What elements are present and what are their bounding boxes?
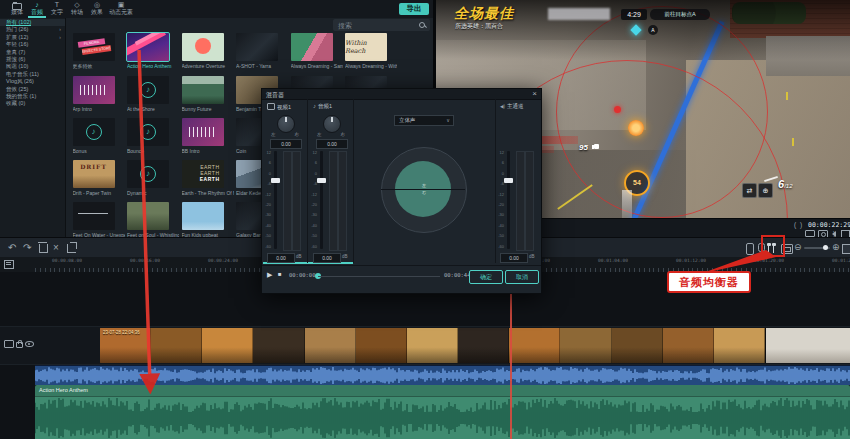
sidebar-item-年轻[interactable]: 年轻 (16) [0,41,65,48]
audio-item-Always Dreaming - Within[interactable]: Within Reach [345,33,387,61]
lock-icon[interactable] [16,342,23,348]
fader-handle[interactable] [271,178,280,183]
sidebar-item-所有[interactable]: 所有 (102) [0,19,65,26]
audio-item-Drift - Paper Twin[interactable]: DRIFT [73,160,115,188]
sidebar-item-我的音乐[interactable]: 我的音乐 (1) [0,93,65,100]
light-beam [622,190,632,218]
ruler-timestamp: 00:00:24:00 [201,258,245,263]
knob-right-label: 右 [295,132,300,137]
level-meter [292,151,301,251]
vote-count: 95 [579,143,588,152]
folder-icon [12,3,22,10]
video-clip[interactable] [100,328,765,363]
audio-item-Fun Kids upbeat[interactable] [182,202,224,230]
audio-item-BB Intro[interactable] [182,118,224,146]
music-clip[interactable]: Action Hero Anthem [35,385,850,439]
timeline-zoom-slider[interactable] [804,247,830,249]
music-note-icon: ♪ [86,124,102,140]
eye-icon[interactable] [25,341,34,347]
play-of-the-game-title: 全场最佳 [454,5,514,23]
redo-button[interactable]: ↷ [23,241,31,254]
main-tabbar: 媒体♪音频T文字◇转场◎效果▣动态元素 [0,0,433,18]
pan-knob[interactable] [323,115,341,133]
audio-item-label: Earth - The Rhythm Of Mone [182,190,234,196]
audio-item-更多特效[interactable]: FILMORAEFFECTS STORE [73,33,115,61]
close-icon[interactable]: × [532,89,537,98]
ruler-timestamp: 00:00:08:00 [45,258,89,263]
match-timer: 4:29 [621,9,647,20]
fader-scale: 1260-6-12-20-30-40-50-60 [263,151,272,249]
db-value: 0.00 [267,253,295,263]
sidebar-item-扩展[interactable]: 扩展 (12)› [0,34,65,41]
delete-icon[interactable] [39,244,48,253]
zoom-out-icon[interactable]: ⊖ [794,241,802,254]
video-thumbnail [356,328,407,363]
audio-item-Feet On Water - Unexpecte[interactable] [73,202,115,230]
pan-knob[interactable] [277,115,295,133]
sidebar-item-童真[interactable]: 童真 (7) [0,49,65,56]
tab-动态元素[interactable]: ▣动态元素 [104,1,138,16]
audio-item-Action Hero Anthem[interactable] [127,33,169,61]
video-thumbnail [407,328,458,363]
ruler-timestamp: 00:01:04:00 [591,258,635,263]
audio-item-Dynamic[interactable]: ♪ [127,160,169,188]
master-strip-主通道: ◀)主通道1260-6-12-20-30-40-50-600.00dB [495,99,540,263]
tab-icon: ▣ [104,1,138,9]
audio-item-Earth - The Rhythm Of Mone[interactable]: EARTHEARTHEARTH [182,160,224,188]
level-meter [525,151,534,251]
db-value: 0.00 [313,253,341,263]
sidebar-item-电子音乐[interactable]: 电子音乐 (11) [0,71,65,78]
level-meter [338,151,347,251]
stop-button[interactable]: ■ [278,271,282,277]
crop-icon[interactable] [67,244,76,253]
video-audio-waveform[interactable] [35,365,850,385]
fader-handle[interactable] [317,178,326,183]
close-gap-button[interactable]: × [53,241,59,254]
track-manager-icon[interactable] [4,260,14,269]
video-clip-2[interactable] [765,328,850,363]
highlight-box [761,235,785,257]
audio-item-Feet on Soul - Whistlinch[interactable] [127,202,169,230]
waveform-art [80,85,108,95]
audio-item-A-SHOT - Yarra[interactable] [236,33,278,61]
audio-item-Always Dreaming - Same To[interactable] [291,33,333,61]
sidebar-item-label: 我的音乐 (1) [6,93,36,99]
thumbnail-text: Within Reach [345,33,387,61]
fader-handle[interactable] [504,178,513,183]
audio-item-At the Shore[interactable]: ♪ [127,76,169,104]
audio-item-label: At the Shore [127,106,179,112]
volume-fader[interactable]: 1260-6-12-20-30-40-50-60 [263,151,307,249]
level-meter [283,151,292,251]
audio-item-Bonus[interactable]: ♪ [73,118,115,146]
volume-fader[interactable]: 1260-6-12-20-30-40-50-60 [309,151,353,249]
video-thumbnail [253,328,304,363]
volume-fader[interactable]: 1260-6-12-20-30-40-50-60 [496,151,540,249]
sidebar-item-收藏[interactable]: 收藏 (0) [0,100,65,107]
cancel-button[interactable]: 取消 [505,270,539,284]
play-button[interactable]: ▶ [267,271,272,279]
sidebar-item-Vlog风[interactable]: Vlog风 (26) [0,78,65,85]
confirm-button[interactable]: 确定 [469,270,503,284]
audio-item-Bounce[interactable]: ♪ [127,118,169,146]
mark-in-out-icon[interactable]: ( ) [794,221,803,228]
audio-item-Arp Intro[interactable] [73,76,115,104]
zoom-in-icon[interactable]: ⊕ [832,241,840,254]
sidebar-item-label: 民谣 (10) [6,63,28,69]
sidebar-item-label: 扩展 (12) [6,34,28,40]
export-button[interactable]: 导出 [399,3,429,15]
mixer-transport: ▶ ■ 00:00:00 00:00:44 确定 取消 [262,265,541,294]
sidebar-item-音效[interactable]: 音效 (25) [0,86,65,93]
sidebar-item-热门[interactable]: 热门 (26)› [0,26,65,33]
sidebar-item-摇滚[interactable]: 摇滚 (6) [0,56,65,63]
music-note-icon: ♪ [313,103,316,109]
undo-button[interactable]: ↶ [8,241,16,254]
display-device-icon[interactable] [805,230,815,237]
sidebar-item-label: 童真 (7) [6,49,25,55]
audio-item-Adventure Overture[interactable] [182,33,224,61]
channel-mode-select[interactable]: 立体声 ∨ [394,115,454,126]
sidebar-item-民谣[interactable]: 民谣 (10) [0,63,65,70]
record-device-icon[interactable] [746,243,754,255]
audio-item-Bunny Future[interactable] [182,76,224,104]
fit-timeline-icon[interactable] [842,244,850,254]
seek-bar[interactable] [318,276,440,278]
